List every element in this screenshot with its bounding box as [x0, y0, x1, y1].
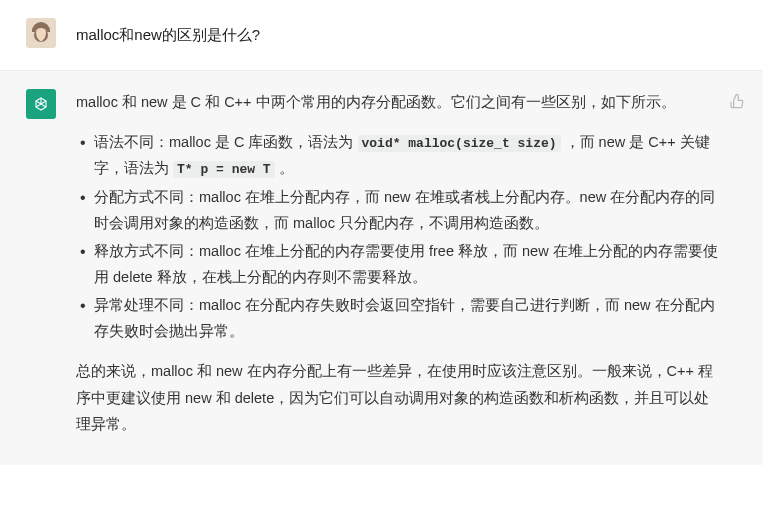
list-item: 异常处理不同：malloc 在分配内存失败时会返回空指针，需要自己进行判断，而 …: [80, 292, 721, 344]
summary-paragraph: 总的来说，malloc 和 new 在内存分配上有一些差异，在使用时应该注意区别…: [76, 358, 721, 436]
points-list: 语法不同：malloc 是 C 库函数，语法为 void* malloc(siz…: [76, 129, 721, 344]
code-snippet: T* p = new T: [173, 161, 275, 178]
list-item: 语法不同：malloc 是 C 库函数，语法为 void* malloc(siz…: [80, 129, 721, 182]
list-item: 释放方式不同：malloc 在堆上分配的内存需要使用 free 释放，而 new…: [80, 238, 721, 290]
user-question: malloc和new的区别是什么?: [76, 18, 741, 48]
assistant-message: malloc 和 new 是 C 和 C++ 中两个常用的内存分配函数。它们之间…: [0, 71, 763, 465]
code-snippet: void* malloc(size_t size): [358, 135, 561, 152]
thumbs-up-button[interactable]: [729, 91, 745, 117]
intro-paragraph: malloc 和 new 是 C 和 C++ 中两个常用的内存分配函数。它们之间…: [76, 89, 721, 115]
openai-icon: [31, 94, 51, 114]
user-message: malloc和new的区别是什么?: [0, 0, 763, 71]
thumbs-up-icon: [729, 93, 745, 109]
list-item: 分配方式不同：malloc 在堆上分配内存，而 new 在堆或者栈上分配内存。n…: [80, 184, 721, 236]
assistant-content: malloc 和 new 是 C 和 C++ 中两个常用的内存分配函数。它们之间…: [76, 89, 741, 451]
user-avatar: [26, 18, 56, 48]
assistant-avatar: [26, 89, 56, 119]
